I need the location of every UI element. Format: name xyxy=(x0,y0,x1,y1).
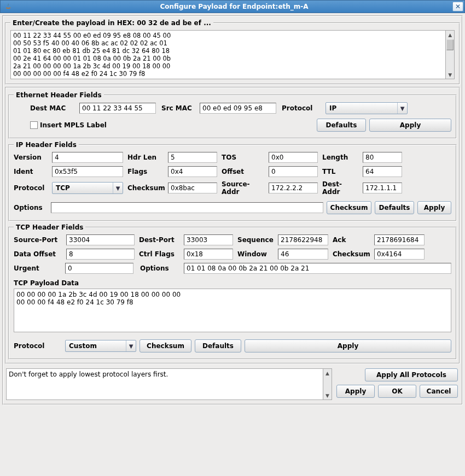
ip-tos-input[interactable] xyxy=(269,152,318,163)
java-icon xyxy=(4,2,13,11)
insert-mpls-checkbox[interactable]: Insert MPLS Label xyxy=(30,121,107,129)
apply-all-button[interactable]: Apply All Protocols xyxy=(365,368,458,381)
tcp-ack-input[interactable] xyxy=(374,234,425,245)
src-mac-label: Src MAC xyxy=(161,104,194,112)
scroll-up-icon[interactable]: ▲ xyxy=(446,31,454,39)
ip-options-input[interactable] xyxy=(51,202,323,213)
tcp-sport-input[interactable] xyxy=(66,234,135,245)
ip-dst-label: Dest-Addr xyxy=(322,180,358,196)
tcp-dataoff-label: Data Offset xyxy=(14,250,62,258)
scroll-down-icon[interactable]: ▼ xyxy=(323,391,332,399)
tcp-payload-label: TCP Payload Data xyxy=(14,279,79,287)
dest-mac-label: Dest MAC xyxy=(30,104,74,112)
scroll-up-icon[interactable]: ▲ xyxy=(323,369,332,377)
ip-src-input[interactable] xyxy=(269,183,318,193)
ip-flags-label: Flags xyxy=(127,168,164,175)
ip-checksum-button[interactable]: Checksum xyxy=(327,201,371,214)
hex-legend: Enter/Create the payload in HEX: 00 32 d… xyxy=(10,19,213,27)
tcp-urgent-label: Urgent xyxy=(14,265,62,272)
ip-flags-input[interactable] xyxy=(168,166,217,177)
ip-ttl-input[interactable] xyxy=(363,166,402,177)
tcp-window-label: Window xyxy=(237,250,274,258)
ip-offset-input[interactable] xyxy=(269,166,318,177)
tcp-seq-label: Sequence xyxy=(237,236,274,244)
hex-scrollbar[interactable]: ▲ ▼ xyxy=(446,30,455,79)
tcp-protocol-label: Protocol xyxy=(14,342,62,350)
ip-ident-label: Ident xyxy=(14,168,48,175)
scroll-thumb[interactable] xyxy=(446,39,454,50)
ip-protocol-select[interactable]: TCP ▼ xyxy=(52,182,123,194)
src-mac-input[interactable] xyxy=(200,103,276,114)
eth-protocol-select[interactable]: IP ▼ xyxy=(326,102,408,114)
ip-length-label: Length xyxy=(322,154,358,161)
tcp-cksum-input[interactable] xyxy=(374,249,425,260)
ip-legend: IP Header Fields xyxy=(14,141,79,149)
ip-src-label: Source-Addr xyxy=(222,180,264,196)
hex-payload-fieldset: Enter/Create the payload in HEX: 00 32 d… xyxy=(5,19,460,85)
ip-checksum-input[interactable] xyxy=(168,183,217,193)
window-title: Configure Payload for Endpoint:eth_m-A xyxy=(16,3,452,10)
tcp-ctrl-label: Ctrl Flags xyxy=(139,250,179,258)
tcp-window-input[interactable] xyxy=(278,249,328,260)
eth-apply-button[interactable]: Apply xyxy=(369,119,451,132)
close-button[interactable]: ✕ xyxy=(452,2,463,11)
tcp-dport-label: Dest-Port xyxy=(139,236,179,244)
eth-defaults-button[interactable]: Defaults xyxy=(317,119,366,132)
chevron-down-icon: ▼ xyxy=(126,340,136,351)
tcp-protocol-select[interactable]: Custom ▼ xyxy=(65,340,136,352)
ip-version-label: Version xyxy=(14,154,48,161)
ip-ident-input[interactable] xyxy=(52,166,123,177)
tcp-fieldset: TCP Header Fields Source-Port Dest-Port … xyxy=(8,224,457,360)
status-message[interactable] xyxy=(6,368,323,400)
tcp-apply-button[interactable]: Apply xyxy=(245,339,451,352)
tcp-legend: TCP Header Fields xyxy=(14,224,85,231)
tcp-ctrl-input[interactable] xyxy=(184,249,233,260)
ip-length-input[interactable] xyxy=(363,152,402,163)
tcp-options-label: Options xyxy=(140,265,181,272)
cancel-button[interactable]: Cancel xyxy=(420,385,458,398)
ethernet-legend: Ethernet Header Fields xyxy=(14,91,104,99)
tcp-sport-label: Source-Port xyxy=(14,236,62,244)
ip-fieldset: IP Header Fields Version Hdr Len TOS Len… xyxy=(8,141,457,221)
ip-defaults-button[interactable]: Defaults xyxy=(375,201,414,214)
ip-checksum-label: Checksum xyxy=(127,184,164,192)
apply-button[interactable]: Apply xyxy=(336,385,375,398)
hex-payload-textarea[interactable] xyxy=(10,30,446,79)
dest-mac-input[interactable] xyxy=(79,103,156,114)
chevron-down-icon: ▼ xyxy=(113,183,123,193)
tcp-checksum-button[interactable]: Checksum xyxy=(140,339,191,352)
ip-hdrlen-input[interactable] xyxy=(168,152,217,163)
scroll-down-icon[interactable]: ▼ xyxy=(446,70,454,79)
ip-offset-label: Offset xyxy=(222,168,264,175)
eth-protocol-label: Protocol xyxy=(282,104,320,112)
tcp-seq-input[interactable] xyxy=(278,234,328,245)
tcp-payload-textarea[interactable] xyxy=(14,289,451,332)
tcp-ack-label: Ack xyxy=(333,236,370,244)
ip-ttl-label: TTL xyxy=(322,168,358,175)
ethernet-fieldset: Ethernet Header Fields Dest MAC Src MAC … xyxy=(8,91,457,139)
ip-options-label: Options xyxy=(14,204,48,211)
tcp-defaults-button[interactable]: Defaults xyxy=(195,339,241,352)
tcp-urgent-input[interactable] xyxy=(65,263,133,274)
tcp-dataoff-input[interactable] xyxy=(66,249,135,260)
ip-hdrlen-label: Hdr Len xyxy=(127,154,164,161)
status-scrollbar[interactable]: ▲ ▼ xyxy=(323,368,332,400)
tcp-options-input[interactable] xyxy=(184,263,451,274)
ip-dst-input[interactable] xyxy=(363,183,402,193)
ok-button[interactable]: OK xyxy=(378,385,416,398)
tcp-cksum-label: Checksum xyxy=(333,250,370,258)
tcp-dport-input[interactable] xyxy=(184,234,233,245)
chevron-down-icon: ▼ xyxy=(397,103,407,114)
ip-apply-button[interactable]: Apply xyxy=(417,201,451,214)
ip-version-input[interactable] xyxy=(52,152,123,163)
ip-tos-label: TOS xyxy=(222,154,264,161)
title-bar: Configure Payload for Endpoint:eth_m-A ✕ xyxy=(0,0,465,13)
close-icon: ✕ xyxy=(455,3,461,10)
ip-protocol-label: Protocol xyxy=(14,184,48,192)
